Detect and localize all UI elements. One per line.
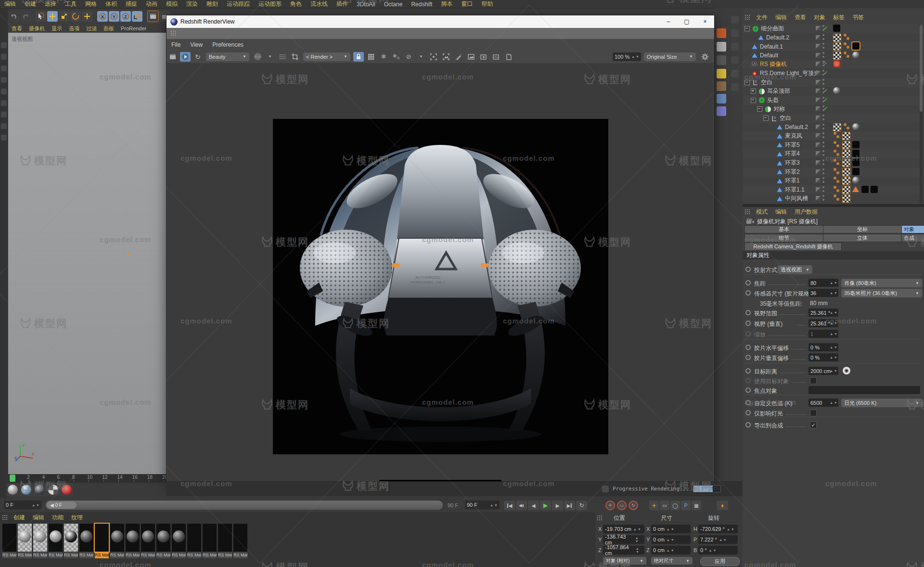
tree-item-label[interactable]: Default.2 xyxy=(785,124,808,130)
tree-item-环罩5[interactable]: 环罩5 xyxy=(743,141,924,150)
mat-menu-创建[interactable]: 创建 xyxy=(10,514,29,522)
tree-expander[interactable] xyxy=(751,98,756,103)
position-field-y[interactable]: -136.743 cm▲ ▼ xyxy=(603,535,644,544)
visibility-toggles[interactable] xyxy=(816,177,832,184)
renderview-canvas[interactable]: AUTHORIZEDPERSONNEL ONLY Frame 0: 2020-0… xyxy=(167,63,714,481)
editor-visibility-dot[interactable] xyxy=(822,132,824,134)
keyframe-circle-icon[interactable] xyxy=(745,368,751,374)
viewport-menu-过滤[interactable]: 过滤 xyxy=(83,25,100,32)
value-field[interactable]: 25.361 °▲ ▼ xyxy=(808,319,838,327)
checkbox[interactable]: ✓ xyxy=(810,422,817,428)
menu-网格[interactable]: 网格 xyxy=(81,0,101,8)
dither-toggle[interactable] xyxy=(277,52,288,62)
tree-item-label[interactable]: 空白 xyxy=(780,114,791,122)
position-field-z[interactable]: -1057.864 cm▲ ▼ xyxy=(603,546,644,554)
menu-3DtoAll[interactable]: 3DtoAll xyxy=(352,1,380,8)
tree-item-对称[interactable]: 对称✓ xyxy=(743,104,924,114)
minimize-button[interactable]: – xyxy=(659,15,678,28)
tree-item-label[interactable]: 环罩3 xyxy=(785,159,800,167)
stepper-icon[interactable]: ▲ ▼ xyxy=(667,538,674,541)
tree-item-麦克风[interactable]: 麦克风 xyxy=(743,131,924,141)
layer-square-icon[interactable] xyxy=(816,178,821,183)
am-menu-用户数据[interactable]: 用户数据 xyxy=(791,208,821,216)
menu-雕刻[interactable]: 雕刻 xyxy=(202,0,222,8)
right-strip-mini-icon-1[interactable] xyxy=(731,29,739,37)
shelf-material-icon-1[interactable] xyxy=(20,483,33,496)
value-field[interactable]: 36▲ ▼ xyxy=(808,289,838,297)
viewport-menu-ProRender[interactable]: ProRender xyxy=(117,26,150,31)
stepper-icon[interactable]: ▲ ▼ xyxy=(667,549,674,552)
render-view-button[interactable] xyxy=(147,11,159,22)
enabled-check-icon[interactable]: ✓ xyxy=(823,105,828,112)
tree-item-label[interactable]: 空白 xyxy=(761,78,772,87)
right-strip-mini-icon-2[interactable] xyxy=(731,43,739,51)
right-strip-mini-icon-3[interactable] xyxy=(731,56,739,64)
checker-tag-icon[interactable] xyxy=(833,42,841,51)
tree-item-头盔[interactable]: 头盔✓ xyxy=(743,96,924,105)
enabled-check-icon[interactable]: ✓ xyxy=(823,69,828,76)
mini-rotate-icon[interactable]: ◯ xyxy=(670,501,680,510)
camera-active-icon[interactable]: ⊹ xyxy=(822,60,827,66)
checkbox[interactable] xyxy=(810,410,817,416)
editor-visibility-dot[interactable] xyxy=(822,168,824,170)
tree-expander[interactable] xyxy=(751,89,756,94)
layer-square-icon[interactable] xyxy=(816,160,821,165)
tree-item-label[interactable]: Default.2 xyxy=(766,34,789,41)
tree-item-RS Dome Light_穹顶光[interactable]: RS Dome Light_穹顶光✓ xyxy=(743,69,924,78)
end-frame-field[interactable]: 90 F▲ ▼ xyxy=(465,501,500,509)
menu-窗口[interactable]: 窗口 xyxy=(457,0,477,8)
tab-细节[interactable]: 细节 xyxy=(744,234,823,242)
menu-流水线[interactable]: 流水线 xyxy=(306,0,332,8)
stepper-icon[interactable]: ▲ ▼ xyxy=(830,311,837,314)
scale-tool[interactable] xyxy=(59,11,69,22)
right-strip-icon-5[interactable] xyxy=(717,94,726,103)
keyframe-selection-button[interactable]: ⬧ xyxy=(717,501,728,510)
grip-icon[interactable] xyxy=(744,14,750,21)
start-ipr-button[interactable] xyxy=(180,52,191,62)
freeze-geometry-icon[interactable]: ❄G xyxy=(391,52,401,62)
am-menu-编辑[interactable]: 编辑 xyxy=(771,208,791,216)
checker-tag-icon[interactable] xyxy=(842,150,850,158)
value-dropdown[interactable]: 35毫米照片 (36.0毫米)▼ xyxy=(841,289,922,297)
stepper-icon[interactable]: ▲ ▼ xyxy=(830,322,837,325)
mat-menu-编辑[interactable]: 编辑 xyxy=(29,514,48,522)
rgb-channel-button[interactable]: RGB xyxy=(252,52,263,62)
next-frame-button[interactable]: ▶ xyxy=(552,501,563,510)
render-visibility-dot[interactable] xyxy=(822,172,824,174)
render-visibility-dot[interactable] xyxy=(822,118,824,120)
copy-image-icon[interactable] xyxy=(503,52,514,62)
move-tool[interactable] xyxy=(47,11,58,22)
keyframe-circle-icon[interactable] xyxy=(745,400,751,405)
grip-icon[interactable] xyxy=(744,209,750,215)
tree-item-Default.2[interactable]: Default.2 xyxy=(743,123,924,132)
tree-item-环罩4[interactable]: 环罩4 xyxy=(743,149,924,158)
right-strip-icon-1[interactable] xyxy=(717,42,726,52)
right-strip-icon-2[interactable] xyxy=(717,55,726,65)
dots-tag-icon[interactable] xyxy=(833,194,840,202)
focus-pick-icon[interactable] xyxy=(428,52,439,62)
render-visibility-dot[interactable] xyxy=(822,154,824,156)
viewport-menu-选项[interactable]: 选项 xyxy=(65,25,83,32)
layer-square-icon[interactable] xyxy=(816,44,821,49)
stepper-icon[interactable]: ▲ ▼ xyxy=(635,536,642,543)
value-field[interactable]: 80▲ ▼ xyxy=(808,279,838,287)
black-tag-icon[interactable] xyxy=(833,25,840,32)
tree-item-label[interactable]: 环罩4 xyxy=(785,150,800,158)
tree-item-label[interactable]: RS Dome Light_穹顶光 xyxy=(760,69,820,77)
crop-icon[interactable] xyxy=(290,52,300,62)
layer-square-icon[interactable] xyxy=(816,26,821,31)
visibility-toggles[interactable] xyxy=(816,195,832,202)
layer-square-icon[interactable] xyxy=(816,71,821,76)
visibility-toggles[interactable] xyxy=(816,124,832,131)
render-visibility-dot[interactable] xyxy=(822,190,824,192)
tree-item-细分曲面[interactable]: 细分曲面✓ xyxy=(743,24,924,33)
enabled-check-icon[interactable]: ✓ xyxy=(823,87,828,94)
match-region-icon[interactable] xyxy=(441,52,451,62)
renderview-titlebar[interactable]: Redshift RenderView – ▢ × xyxy=(167,15,714,28)
dots-tag-icon[interactable] xyxy=(843,123,850,130)
timeline-slider[interactable]: ◀ 0 F xyxy=(46,501,443,510)
sphere-tag-icon[interactable] xyxy=(852,123,860,130)
stepper-icon[interactable]: ▲ ▼ xyxy=(830,369,837,373)
keyframe-circle-icon[interactable] xyxy=(745,345,751,350)
checker-tag-icon[interactable] xyxy=(833,52,841,60)
